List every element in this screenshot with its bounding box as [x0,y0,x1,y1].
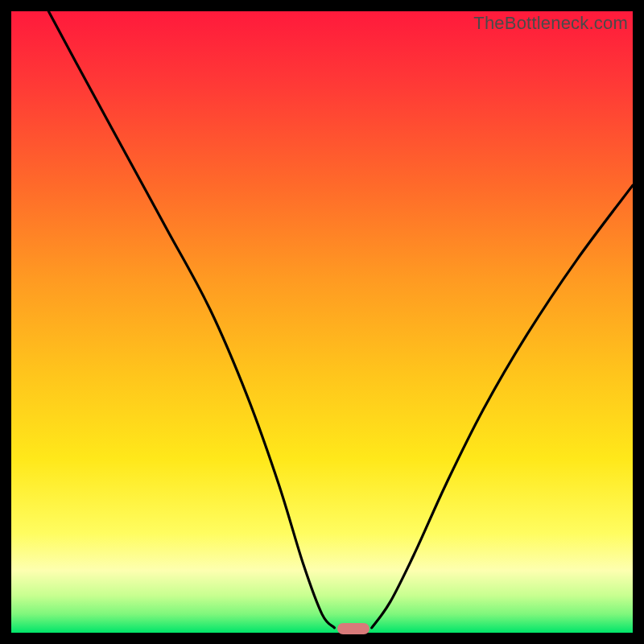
optimum-marker [337,623,369,634]
bottleneck-curve [11,11,633,633]
curve-right-path [372,185,633,628]
watermark-text: TheBottleneck.com [473,13,628,34]
curve-left-path [48,11,334,628]
